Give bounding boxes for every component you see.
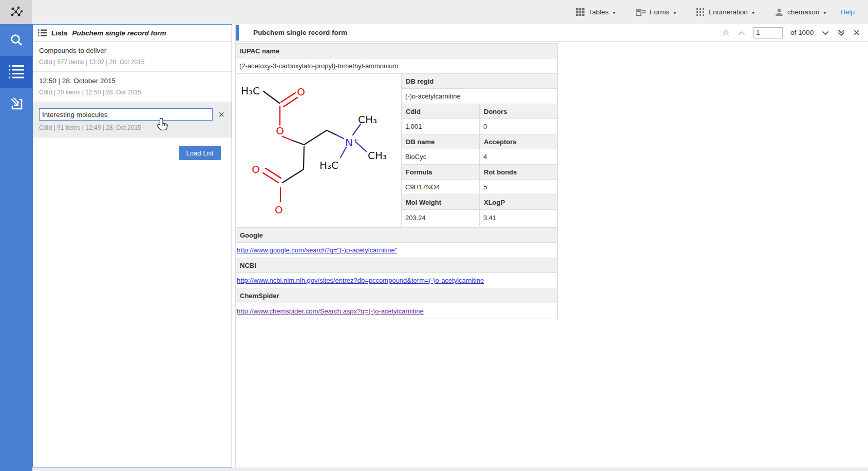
chemaxon-logo bbox=[0, 0, 32, 24]
google-search-link[interactable]: http://www.google.com/search?q="(-)o-ace… bbox=[237, 246, 397, 254]
atom-label: N⁺ bbox=[345, 136, 358, 149]
list-item-editing[interactable]: × CdId | 91 items | 12:49 | 28. Oct 2015 bbox=[33, 102, 232, 138]
lists-panel-title: Lists bbox=[51, 29, 68, 37]
acceptors-label: Acceptors bbox=[480, 134, 557, 149]
sidebar-item-search[interactable] bbox=[0, 24, 32, 56]
donors-value: 0 bbox=[480, 119, 557, 134]
last-record-icon[interactable] bbox=[837, 29, 845, 36]
iupac-name-label: IUPAC name bbox=[236, 44, 557, 58]
sidebar-item-lists[interactable] bbox=[0, 56, 32, 88]
list-item[interactable]: 12:50 | 28. October 2015 CdId | 20 items… bbox=[33, 72, 232, 102]
xlogp-value: 3.41 bbox=[480, 210, 557, 226]
rot-bonds-label: Rot bonds bbox=[480, 165, 557, 180]
record-number-input[interactable] bbox=[753, 27, 783, 38]
top-menu: Tables ▾ Forms ▾ Enumeration bbox=[576, 8, 826, 16]
menu-forms-label: Forms bbox=[650, 8, 669, 16]
bottom-strip bbox=[32, 467, 868, 471]
chevron-down-icon: ▾ bbox=[613, 10, 615, 15]
record-pager: of 1000 × bbox=[722, 27, 868, 38]
list-item-meta: CdId | 20 items | 12:50 | 28. Oct 2015 bbox=[39, 89, 224, 96]
atom-label: H₃C bbox=[319, 159, 338, 171]
record-form-header: Pubchem single record form of 1000 bbox=[236, 24, 868, 42]
list-icon bbox=[9, 65, 24, 78]
properties-table: DB regid (-)o-acetylcarnitine CdId Donor… bbox=[402, 74, 557, 227]
mol-weight-label: Mol Weight bbox=[402, 195, 480, 210]
record-total-label: of 1000 bbox=[790, 29, 814, 36]
atom-label: O bbox=[297, 86, 305, 98]
menu-tables-label: Tables bbox=[589, 8, 609, 16]
forms-icon bbox=[636, 9, 646, 16]
atom-label: CH₃ bbox=[368, 149, 387, 162]
previous-record-icon[interactable] bbox=[738, 30, 746, 35]
molecule-logo-icon bbox=[9, 5, 24, 19]
chevron-down-icon: ▾ bbox=[673, 10, 676, 15]
lists-panel-header: Lists Pubchem single record form bbox=[33, 25, 232, 42]
first-record-icon[interactable] bbox=[722, 29, 730, 36]
molecule-structure: H₃C O O N⁺ CH₃ CH₃ H₃C O O⁻ bbox=[236, 74, 402, 227]
menu-enumeration-label: Enumeration bbox=[708, 8, 748, 16]
menu-tables[interactable]: Tables ▾ bbox=[576, 8, 615, 16]
atom-label: H₃C bbox=[241, 85, 260, 97]
list-item-meta: CdId | 91 items | 12:49 | 28. Oct 2015 bbox=[39, 124, 224, 131]
import-arrow-icon bbox=[8, 95, 25, 112]
atom-label: O bbox=[252, 163, 260, 175]
mol-weight-value: 203.24 bbox=[402, 210, 480, 226]
accent-bar bbox=[236, 25, 239, 41]
load-list-button[interactable]: Load List bbox=[179, 146, 221, 160]
ncbi-section-label: NCBI bbox=[236, 258, 557, 273]
menu-enumeration[interactable]: Enumeration ▾ bbox=[696, 8, 754, 16]
atom-label: O bbox=[276, 125, 284, 137]
acceptors-value: 4 bbox=[480, 149, 557, 165]
menu-user[interactable]: chemaxon ▾ bbox=[775, 8, 826, 16]
tables-icon bbox=[576, 8, 584, 16]
atom-label: CH₃ bbox=[358, 113, 377, 126]
left-sidebar bbox=[0, 24, 32, 471]
iupac-name-value: (2-acetoxy-3-carboxylato-propyl)-trimeth… bbox=[236, 58, 557, 74]
cdid-value: 1,001 bbox=[402, 119, 480, 134]
next-record-icon[interactable] bbox=[821, 30, 829, 35]
lists-panel-subtitle: Pubchem single record form bbox=[72, 29, 166, 37]
list-item-title: 12:50 | 28. October 2015 bbox=[39, 77, 224, 85]
list-name-input[interactable] bbox=[39, 108, 213, 121]
lists-panel: Lists Pubchem single record form Compoun… bbox=[32, 24, 232, 467]
menu-forms[interactable]: Forms ▾ bbox=[636, 8, 676, 16]
atom-label: O⁻ bbox=[275, 204, 288, 216]
list-item-meta: CdId | 577 items | 13:02 | 28. Oct 2015 bbox=[39, 58, 224, 66]
xlogp-label: XLogP bbox=[480, 195, 557, 210]
top-bar: Tables ▾ Forms ▾ Enumeration bbox=[0, 0, 868, 24]
formula-value: C9H17NO4 bbox=[402, 180, 480, 195]
search-icon bbox=[9, 32, 24, 48]
ncbi-entrez-link[interactable]: http://www.ncbi.nlm.nih.gov/sites/entrez… bbox=[237, 277, 484, 284]
formula-label: Formula bbox=[402, 165, 480, 180]
db-regid-value: (-)o-acetylcarnitine bbox=[402, 89, 557, 104]
chevron-down-icon: ▾ bbox=[823, 10, 826, 15]
chevron-down-icon: ▾ bbox=[752, 10, 754, 15]
donors-label: Donors bbox=[480, 104, 557, 119]
record-form-panel: Pubchem single record form of 1000 bbox=[235, 24, 868, 467]
list-item[interactable]: Compounds to deliver CdId | 577 items | … bbox=[33, 42, 232, 72]
chemspider-search-link[interactable]: http://www.chemspider.com/Search.aspx?q=… bbox=[237, 307, 424, 315]
close-icon[interactable]: × bbox=[218, 109, 224, 120]
help-link[interactable]: Help bbox=[840, 8, 855, 16]
list-item-title: Compounds to deliver bbox=[39, 47, 224, 54]
enumeration-icon bbox=[696, 8, 704, 16]
record-form-content: IUPAC name (2-acetoxy-3-carboxylato-prop… bbox=[235, 43, 558, 319]
db-regid-label: DB regid bbox=[402, 74, 557, 89]
rot-bonds-value: 5 bbox=[480, 180, 557, 195]
molecule-drawing: H₃C O O N⁺ CH₃ CH₃ H₃C O O⁻ bbox=[236, 74, 401, 227]
menu-user-label: chemaxon bbox=[787, 8, 819, 16]
sidebar-item-import-export[interactable] bbox=[0, 88, 32, 120]
db-name-label: DB name bbox=[402, 134, 480, 149]
google-section-label: Google bbox=[236, 228, 557, 243]
user-icon bbox=[775, 8, 783, 16]
list-icon bbox=[38, 29, 47, 36]
close-form-icon[interactable]: × bbox=[853, 27, 860, 38]
cdid-label: CdId bbox=[402, 104, 480, 119]
db-name-value: BioCyc bbox=[402, 149, 480, 165]
record-form-title: Pubchem single record form bbox=[253, 29, 347, 36]
chemspider-section-label: ChemSpider bbox=[236, 288, 557, 303]
